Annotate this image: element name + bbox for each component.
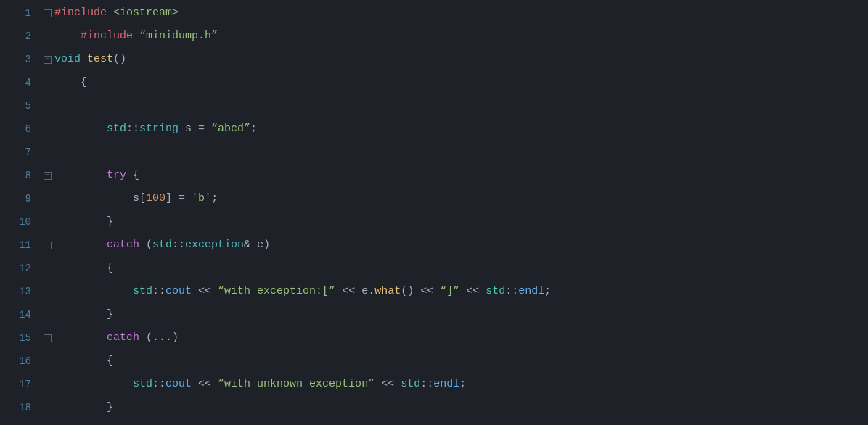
token: cout bbox=[165, 378, 192, 390]
token: { bbox=[107, 262, 113, 274]
token: = bbox=[172, 192, 192, 205]
fold-gutter-8[interactable]: − bbox=[40, 172, 54, 180]
fold-icon-1[interactable]: − bbox=[44, 9, 52, 17]
line-content-2: #include “minidump.h” bbox=[54, 25, 218, 48]
code-tokens-17: std::cout << “with unknown exception” <<… bbox=[54, 373, 466, 396]
token: } bbox=[107, 401, 113, 413]
code-tokens-7 bbox=[54, 141, 107, 164]
line-number-18: 18 bbox=[6, 396, 31, 419]
token: [ bbox=[139, 192, 146, 205]
code-tokens-3: void test() bbox=[54, 48, 126, 71]
token: ; bbox=[459, 378, 466, 390]
token: endl bbox=[518, 285, 544, 297]
code-tokens-9: s[100] = 'b'; bbox=[54, 187, 218, 210]
token: () << bbox=[401, 285, 440, 297]
line-content-10: } bbox=[54, 210, 113, 234]
fold-icon-3[interactable]: − bbox=[44, 56, 52, 64]
token: { bbox=[126, 169, 139, 181]
code-tokens-5 bbox=[54, 94, 81, 117]
token: :: bbox=[152, 285, 165, 297]
code-area: −#include <iostream> #include “minidump.… bbox=[40, 0, 868, 425]
token: #include bbox=[54, 7, 107, 19]
line-content-11: catch (std::exception& e) bbox=[54, 234, 270, 257]
line-number-4: 4 bbox=[6, 71, 31, 94]
line-content-9: s[100] = 'b'; bbox=[54, 187, 218, 210]
token: void bbox=[54, 53, 81, 65]
line-content-18: } bbox=[54, 396, 113, 419]
token: ; bbox=[211, 192, 218, 205]
line-content-16: { bbox=[54, 350, 113, 373]
token: exception bbox=[185, 239, 244, 251]
token: <iostream> bbox=[113, 7, 179, 19]
code-line-4: { bbox=[40, 71, 868, 94]
token: << bbox=[374, 378, 401, 390]
line-content-7 bbox=[54, 141, 107, 164]
code-line-17: std::cout << “with unknown exception” <<… bbox=[40, 373, 868, 396]
code-line-8: − try { bbox=[40, 164, 868, 187]
line-number-12: 12 bbox=[6, 257, 31, 280]
token: s bbox=[133, 192, 139, 205]
token: std bbox=[401, 378, 420, 390]
code-tokens-18: } bbox=[54, 396, 113, 419]
token: :: bbox=[420, 378, 433, 390]
line-number-10: 10 bbox=[6, 210, 31, 234]
token: 100 bbox=[146, 192, 165, 205]
code-line-13: std::cout << “with exception:[” << e.wha… bbox=[40, 280, 868, 303]
code-editor: 123456789101112131415161718 −#include <i… bbox=[0, 0, 868, 425]
token bbox=[81, 53, 87, 65]
token: test bbox=[87, 53, 113, 65]
token: { bbox=[81, 76, 87, 88]
line-number-6: 6 bbox=[6, 117, 31, 141]
fold-gutter-3[interactable]: − bbox=[40, 56, 54, 64]
token: “abcd” bbox=[211, 123, 250, 135]
token: #include bbox=[81, 30, 133, 42]
fold-icon-8[interactable]: − bbox=[44, 172, 52, 180]
code-line-16: { bbox=[40, 350, 868, 373]
line-content-17: std::cout << “with unknown exception” <<… bbox=[54, 373, 466, 396]
code-line-1: −#include <iostream> bbox=[40, 1, 868, 25]
token: << bbox=[459, 285, 486, 297]
line-number-14: 14 bbox=[6, 303, 31, 326]
code-line-2: #include “minidump.h” bbox=[40, 25, 868, 48]
code-line-18: } bbox=[40, 396, 868, 419]
token: string bbox=[139, 123, 179, 135]
code-tokens-2: #include “minidump.h” bbox=[54, 25, 218, 48]
line-content-12: { bbox=[54, 257, 113, 280]
line-number-9: 9 bbox=[6, 187, 31, 210]
token: } bbox=[107, 215, 113, 228]
token: :: bbox=[505, 285, 518, 297]
token: catch bbox=[107, 331, 139, 344]
line-number-11: 11 bbox=[6, 234, 31, 257]
code-tokens-11: catch (std::exception& e) bbox=[54, 234, 270, 257]
line-number-8: 8 bbox=[6, 164, 31, 187]
token: cout bbox=[165, 285, 192, 297]
fold-gutter-11[interactable]: − bbox=[40, 242, 54, 249]
code-line-5 bbox=[40, 94, 868, 117]
code-tokens-6: std::string s = “abcd”; bbox=[54, 117, 257, 141]
fold-gutter-15[interactable]: − bbox=[40, 334, 54, 342]
token: “minidump.h” bbox=[139, 30, 218, 42]
line-content-13: std::cout << “with exception:[” << e.wha… bbox=[54, 280, 551, 303]
line-number-3: 3 bbox=[6, 48, 31, 71]
code-line-11: − catch (std::exception& e) bbox=[40, 234, 868, 257]
token bbox=[107, 7, 113, 19]
code-tokens-13: std::cout << “with exception:[” << e.wha… bbox=[54, 280, 551, 303]
line-numbers: 123456789101112131415161718 bbox=[0, 0, 40, 425]
token: :: bbox=[172, 239, 185, 251]
line-content-8: try { bbox=[54, 164, 139, 187]
line-number-1: 1 bbox=[6, 1, 31, 25]
code-tokens-8: try { bbox=[54, 164, 139, 187]
token: ( bbox=[139, 239, 152, 251]
fold-icon-15[interactable]: − bbox=[44, 334, 52, 342]
line-number-2: 2 bbox=[6, 25, 31, 48]
line-number-5: 5 bbox=[6, 94, 31, 117]
line-content-3: void test() bbox=[54, 48, 126, 71]
code-tokens-16: { bbox=[54, 350, 113, 373]
code-tokens-1: #include <iostream> bbox=[54, 1, 179, 25]
token: 'b' bbox=[192, 192, 211, 205]
line-content-1: #include <iostream> bbox=[54, 1, 179, 25]
fold-gutter-1[interactable]: − bbox=[40, 9, 54, 17]
code-tokens-12: { bbox=[54, 257, 113, 280]
code-line-7 bbox=[40, 141, 868, 164]
fold-icon-11[interactable]: − bbox=[44, 242, 52, 249]
